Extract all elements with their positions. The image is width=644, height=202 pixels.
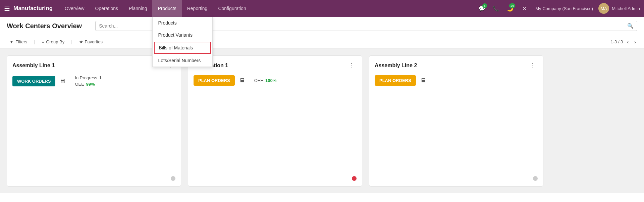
nav-reporting[interactable]: Reporting bbox=[182, 0, 213, 17]
favorites-button[interactable]: ★ Favorites bbox=[76, 38, 105, 46]
user-name: Mitchell Admin bbox=[612, 6, 640, 11]
moon-badge: 26 bbox=[509, 3, 515, 8]
card-header: Drill Station 1 ⋮ bbox=[194, 61, 357, 70]
plan-orders-button[interactable]: PLAN ORDERS bbox=[194, 75, 235, 86]
oee-label: OEE bbox=[75, 82, 84, 87]
nav-configuration[interactable]: Configuration bbox=[213, 0, 251, 17]
nav-planning[interactable]: Planning bbox=[123, 0, 153, 17]
nav-operations[interactable]: Operations bbox=[90, 0, 123, 17]
status-dot-gray bbox=[171, 176, 175, 181]
card-body: WORK ORDERS 🖥 In Progress 1 OEE 99% bbox=[12, 75, 175, 87]
card-footer bbox=[533, 176, 538, 182]
oee-label: OEE bbox=[254, 78, 263, 83]
card-stats: In Progress 1 OEE 99% bbox=[75, 75, 102, 87]
phone-icon-btn[interactable]: 📞 bbox=[490, 3, 502, 14]
card-footer bbox=[352, 176, 357, 182]
star-icon: ★ bbox=[79, 39, 83, 44]
close-icon-btn[interactable]: ✕ bbox=[519, 3, 530, 14]
nav-products[interactable]: Products Products Product Variants Bills… bbox=[152, 0, 181, 17]
stat-value-in-progress: 1 bbox=[99, 75, 102, 80]
next-page-button[interactable]: › bbox=[633, 38, 637, 46]
card-body: PLAN ORDERS 🖥 OEE 100% bbox=[194, 75, 357, 86]
prev-page-button[interactable]: ‹ bbox=[626, 38, 630, 46]
top-navigation: ☰ Manufacturing Overview Operations Plan… bbox=[0, 0, 644, 17]
card-header: Assembly Line 1 ⋮ bbox=[12, 61, 175, 70]
group-by-button[interactable]: ≡ Group By bbox=[39, 38, 67, 46]
dropdown-products[interactable]: Products bbox=[153, 17, 212, 29]
stat-row-oee: OEE 100% bbox=[254, 78, 277, 83]
app-brand[interactable]: Manufacturing bbox=[13, 5, 53, 12]
stat-row-in-progress: In Progress 1 bbox=[75, 75, 102, 80]
cards-area: Assembly Line 1 ⋮ WORK ORDERS 🖥 In Progr… bbox=[0, 49, 644, 193]
moon-icon-btn[interactable]: 🌙 26 bbox=[504, 3, 516, 14]
group-by-icon: ≡ bbox=[42, 39, 45, 44]
pagination-text: 1-3 / 3 bbox=[610, 39, 623, 44]
search-icon[interactable]: 🔍 bbox=[627, 23, 634, 29]
status-dot-gray bbox=[533, 176, 538, 181]
work-center-card-assembly-line-2: Assembly Line 2 ⋮ PLAN ORDERS 🖥 bbox=[369, 55, 543, 187]
card-title: Assembly Line 1 bbox=[12, 63, 55, 69]
work-center-card-assembly-line-1: Assembly Line 1 ⋮ WORK ORDERS 🖥 In Progr… bbox=[7, 55, 181, 187]
filter-bar: ▼ Filters | ≡ Group By | ★ Favorites 1-3… bbox=[0, 35, 644, 49]
page-title: Work Centers Overview bbox=[7, 22, 82, 30]
oee-value: 100% bbox=[265, 78, 276, 83]
secondary-bar: Work Centers Overview 🔍 bbox=[0, 17, 644, 35]
filter-icon: ▼ bbox=[9, 39, 14, 44]
status-dot-red bbox=[352, 176, 357, 181]
plan-orders-button[interactable]: PLAN ORDERS bbox=[375, 75, 416, 86]
chat-badge: 5 bbox=[482, 3, 487, 8]
dropdown-product-variants[interactable]: Product Variants bbox=[153, 29, 212, 41]
card-body: PLAN ORDERS 🖥 bbox=[375, 75, 538, 86]
card-title: Assembly Line 2 bbox=[375, 63, 417, 69]
filters-button[interactable]: ▼ Filters bbox=[7, 38, 30, 46]
work-center-card-drill-station-1: Drill Station 1 ⋮ PLAN ORDERS 🖥 OEE 100% bbox=[188, 55, 362, 187]
filters-label: Filters bbox=[15, 39, 27, 44]
chat-icon-btn[interactable]: 💬 5 bbox=[476, 3, 488, 14]
nav-menu: Overview Operations Planning Products Pr… bbox=[59, 0, 476, 17]
company-name: My Company (San Francisco) bbox=[533, 6, 596, 11]
dropdown-bills-of-materials[interactable]: Bills of Materials bbox=[154, 42, 211, 54]
pagination-info: 1-3 / 3 ‹ › bbox=[610, 38, 637, 46]
topnav-right: 💬 5 📞 🌙 26 ✕ My Company (San Francisco) … bbox=[476, 3, 640, 14]
card-menu-button[interactable]: ⋮ bbox=[346, 61, 357, 70]
card-header: Assembly Line 2 ⋮ bbox=[375, 61, 538, 70]
stat-label: In Progress bbox=[75, 75, 97, 80]
group-by-label: Group By bbox=[46, 39, 64, 44]
card-footer bbox=[171, 176, 175, 182]
grid-icon[interactable]: ☰ bbox=[4, 4, 10, 12]
dropdown-lots-serial-numbers[interactable]: Lots/Serial Numbers bbox=[153, 54, 212, 67]
user-avatar[interactable]: MA bbox=[598, 3, 609, 14]
monitor-icon[interactable]: 🖥 bbox=[420, 77, 426, 84]
nav-overview[interactable]: Overview bbox=[59, 0, 90, 17]
products-dropdown: Products Product Variants Bills of Mater… bbox=[152, 17, 213, 67]
favorites-label: Favorites bbox=[85, 39, 103, 44]
oee-value: 99% bbox=[86, 82, 95, 87]
stat-row-oee: OEE 99% bbox=[75, 82, 102, 87]
card-menu-button[interactable]: ⋮ bbox=[528, 61, 538, 70]
work-orders-button[interactable]: WORK ORDERS bbox=[12, 76, 55, 86]
content-wrapper: Work Centers Overview 🔍 ▼ Filters | ≡ Gr… bbox=[0, 17, 644, 202]
monitor-icon[interactable]: 🖥 bbox=[59, 78, 65, 85]
card-stats: OEE 100% bbox=[254, 78, 277, 83]
monitor-icon[interactable]: 🖥 bbox=[239, 77, 245, 84]
